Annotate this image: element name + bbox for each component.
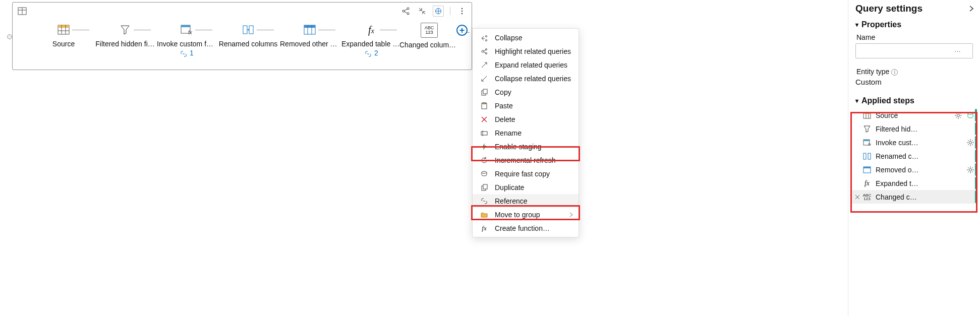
gear-icon[interactable] bbox=[967, 139, 975, 146]
applied-step-changed[interactable]: ABC123 Changed c… bbox=[851, 190, 977, 204]
menu-expand-related[interactable]: Expand related queries bbox=[473, 58, 579, 72]
diagram-step-source[interactable]: Source bbox=[33, 23, 94, 48]
share-icon[interactable] bbox=[400, 6, 412, 17]
svg-rect-20 bbox=[243, 26, 247, 34]
menu-label: Copy bbox=[495, 88, 511, 96]
diagram-step-expanded[interactable]: fx Expanded table c… 2 bbox=[340, 23, 402, 57]
menu-enable-staging[interactable]: Enable staging bbox=[473, 140, 579, 153]
menu-label: Expand related queries bbox=[495, 61, 567, 69]
svg-rect-39 bbox=[481, 132, 487, 135]
menu-label: Move to group bbox=[495, 211, 540, 219]
applied-step-source[interactable]: Source bbox=[851, 108, 977, 122]
svg-point-41 bbox=[482, 171, 487, 173]
collapse-icon[interactable] bbox=[417, 6, 428, 17]
web-icon[interactable] bbox=[433, 6, 444, 17]
svg-rect-45 bbox=[863, 112, 871, 114]
menu-duplicate[interactable]: Duplicate bbox=[473, 180, 579, 194]
applied-step-removed[interactable]: Removed o… bbox=[851, 163, 977, 176]
applied-step-renamed[interactable]: Renamed c… bbox=[851, 149, 977, 163]
diagram-header bbox=[13, 3, 472, 20]
properties-header[interactable]: ▾Properties bbox=[848, 16, 980, 31]
chevron-right-icon[interactable] bbox=[969, 5, 975, 12]
svg-line-31 bbox=[484, 50, 486, 51]
svg-rect-23 bbox=[304, 25, 315, 28]
menu-label: Duplicate bbox=[495, 183, 524, 192]
step-label: Removed o… bbox=[876, 166, 963, 174]
applied-step-invoke[interactable]: fx Invoke cust… bbox=[851, 136, 977, 149]
database-icon[interactable] bbox=[967, 112, 975, 119]
gear-icon[interactable] bbox=[967, 166, 975, 173]
applied-steps-list: Source Filtered hid… fx Invoke cust… Ren… bbox=[848, 107, 980, 204]
step-label: Expanded t… bbox=[876, 179, 975, 187]
svg-line-66 bbox=[968, 140, 969, 141]
menu-require-fast-copy[interactable]: Require fast copy bbox=[473, 167, 579, 180]
svg-point-5 bbox=[407, 13, 409, 15]
menu-move-to-group[interactable]: Move to group bbox=[473, 208, 579, 221]
step-label: Changed c… bbox=[876, 193, 975, 201]
menu-copy[interactable]: Copy bbox=[473, 85, 579, 99]
section-label: Applied steps bbox=[861, 96, 914, 105]
name-label: Name bbox=[848, 31, 980, 43]
duplicate-icon bbox=[480, 184, 489, 191]
abc123-icon: ABC123 bbox=[862, 194, 872, 201]
diagram-step-changed[interactable]: ABC123 Changed column… bbox=[402, 23, 456, 49]
add-step-button[interactable]: + bbox=[456, 25, 468, 36]
bolt-icon bbox=[480, 143, 489, 150]
highlight-icon bbox=[480, 48, 489, 55]
table-fx-icon: fx bbox=[862, 139, 872, 146]
svg-point-4 bbox=[407, 8, 409, 10]
step-label: Invoke cust… bbox=[876, 139, 963, 147]
step-sub-ref[interactable]: 1 bbox=[180, 49, 194, 57]
diagram-step-invoke[interactable]: fx Invoke custom fu… 1 bbox=[156, 23, 217, 57]
menu-create-function[interactable]: fxCreate function… bbox=[473, 221, 579, 235]
diagram-step-renamed[interactable]: Renamed columns bbox=[217, 23, 279, 48]
menu-collapse-related[interactable]: Collapse related queries bbox=[473, 72, 579, 85]
step-label: Source bbox=[52, 40, 75, 48]
collapse-icon bbox=[480, 34, 489, 41]
svg-line-55 bbox=[960, 113, 961, 114]
link-icon bbox=[480, 198, 489, 204]
input-more-icon[interactable]: … bbox=[954, 46, 962, 53]
menu-rename[interactable]: Rename bbox=[473, 126, 579, 140]
table-blue-icon bbox=[303, 23, 317, 37]
close-icon[interactable] bbox=[853, 195, 861, 200]
svg-line-67 bbox=[972, 144, 973, 145]
applied-step-expanded[interactable]: fx Expanded t… bbox=[851, 176, 977, 190]
gear-icon[interactable] bbox=[955, 112, 963, 119]
menu-label: Require fast copy bbox=[495, 170, 550, 178]
applied-steps-header[interactable]: ▾Applied steps bbox=[848, 92, 980, 107]
step-sub-ref[interactable]: 2 bbox=[364, 49, 378, 57]
menu-reference[interactable]: Reference bbox=[473, 194, 579, 208]
menu-incremental-refresh[interactable]: Incremental refresh bbox=[473, 153, 579, 167]
info-icon[interactable]: i bbox=[891, 69, 898, 76]
svg-point-61 bbox=[969, 141, 972, 144]
diagram-step-filtered[interactable]: Filtered hidden fi… bbox=[94, 23, 156, 48]
svg-line-53 bbox=[956, 113, 957, 114]
menu-delete[interactable]: Delete bbox=[473, 112, 579, 126]
entity-type-value: Custom bbox=[848, 78, 980, 86]
svg-line-81 bbox=[972, 167, 973, 168]
svg-line-54 bbox=[960, 117, 961, 118]
svg-line-69 bbox=[968, 144, 969, 145]
table-yellow-icon bbox=[862, 112, 872, 119]
menu-highlight-related[interactable]: Highlight related queries bbox=[473, 44, 579, 58]
svg-point-9 bbox=[462, 8, 463, 9]
diagram-output-handle[interactable] bbox=[7, 34, 12, 39]
diagram-step-removed[interactable]: Removed other c… bbox=[279, 23, 340, 48]
svg-point-48 bbox=[957, 114, 960, 116]
query-settings-panel: Query settings ▾Properties Name … Entity… bbox=[848, 0, 980, 316]
chevron-right-icon bbox=[569, 212, 573, 217]
svg-line-80 bbox=[972, 171, 973, 172]
menu-label: Reference bbox=[495, 197, 528, 205]
columns-rename-icon bbox=[862, 153, 872, 160]
applied-step-filtered[interactable]: Filtered hid… bbox=[851, 122, 977, 136]
more-icon[interactable] bbox=[456, 6, 468, 17]
menu-collapse[interactable]: Collapse bbox=[473, 31, 579, 44]
svg-point-57 bbox=[968, 112, 973, 114]
table-yellow-icon bbox=[56, 23, 71, 37]
svg-line-32 bbox=[484, 52, 486, 53]
svg-line-56 bbox=[956, 117, 957, 118]
svg-point-3 bbox=[402, 10, 405, 12]
section-label: Properties bbox=[861, 20, 901, 29]
menu-paste[interactable]: Paste bbox=[473, 99, 579, 112]
